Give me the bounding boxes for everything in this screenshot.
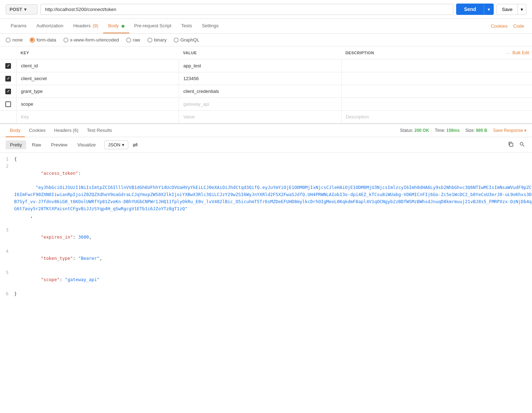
code-content-2: "access_token": "eyJhbGciOiJSUzI1NiIsImt… [14,163,532,227]
empty-row-check [0,111,16,123]
tabs-right-links: Cookies Code [489,19,526,33]
send-button[interactable]: Send [456,4,484,15]
tab-settings[interactable]: Settings [197,19,224,33]
radio-urlencoded [63,38,68,43]
row3-desc[interactable] [341,85,504,97]
empty-row-desc[interactable]: Description [341,111,504,123]
url-input[interactable] [40,4,453,15]
cookies-link[interactable]: Cookies [489,19,510,33]
svg-rect-0 [510,143,513,146]
tab-tests[interactable]: Tests [176,19,197,33]
body-type-graphql[interactable]: GraphQL [174,37,199,43]
row1-checkbox[interactable] [5,63,11,69]
tab-body[interactable]: Body [103,19,129,33]
response-code-block: 1 { 2 "access_token": "eyJhbGciOiJSUzI1N… [0,153,532,300]
row2-checkbox[interactable] [5,76,11,82]
method-selector[interactable]: POST ▾ [6,4,38,15]
row4-value[interactable]: gateway_api [179,98,341,110]
svg-point-1 [520,143,523,145]
code-line-6: 6 } [0,290,532,297]
body-type-selector: none form-data x-www-form-urlencoded raw… [0,34,532,46]
status-value: 200 OK [414,128,429,133]
code-content-1: { [14,156,532,163]
row4-actions [504,98,532,110]
row2-actions [504,72,532,85]
save-button[interactable]: Save [497,4,518,15]
search-icon[interactable] [518,140,526,150]
headers-badge: (9) [93,23,98,28]
row3-checkbox[interactable] [5,89,11,94]
row3-checkbox-cell [0,85,16,97]
row4-desc[interactable] [341,98,504,110]
view-actions [506,140,526,150]
params-table: client_id app_test client_secret 123456 … [0,60,532,123]
save-button-group: Save ▾ [497,4,526,15]
body-type-none[interactable]: none [6,37,23,43]
send-button-group: Send ▾ [456,4,494,15]
view-tab-visualize[interactable]: Visualize [73,140,100,149]
format-label: JSON [108,142,121,147]
row1-actions [504,60,532,72]
table-row-empty: Key Value Description [0,111,532,123]
copy-icon[interactable] [506,140,515,150]
resp-tab-body[interactable]: Body [6,124,25,137]
body-dot [122,25,124,28]
line-num-5: 5 [0,269,14,290]
body-type-urlencoded[interactable]: x-www-form-urlencoded [63,37,119,43]
row2-desc[interactable] [341,72,504,85]
tab-pre-request[interactable]: Pre-request Script [129,19,177,33]
row3-key[interactable]: grant_type [16,85,179,97]
wrap-icon[interactable]: ⇌ [133,141,138,149]
row1-value[interactable]: app_test [179,60,341,72]
view-tabs-bar: Pretty Raw Preview Visualize JSON ▾ ⇌ [0,137,532,153]
main-tabs: Params Authorization Headers (9) Body Pr… [0,19,532,34]
tab-headers[interactable]: Headers (9) [68,19,103,33]
row2-checkbox-cell [0,72,16,85]
row4-key[interactable]: scope [16,98,179,110]
view-tab-raw[interactable]: Raw [28,140,45,149]
table-row: client_id app_test [0,60,532,72]
body-type-raw[interactable]: raw [126,37,140,43]
body-type-form-data[interactable]: form-data [30,37,56,43]
more-options-icon[interactable]: ··· [506,50,511,56]
row4-checkbox[interactable] [5,101,11,107]
empty-row-key[interactable]: Key [16,111,179,123]
row1-desc[interactable] [341,60,504,72]
code-line-4: 4 "token_type": "Bearer", [0,248,532,269]
size-label: Size: 895 B [465,128,487,133]
format-selector[interactable]: JSON ▾ [104,140,128,149]
method-dropdown-icon: ▾ [24,7,27,12]
radio-form-data [30,38,35,43]
code-link[interactable]: Code [511,19,526,33]
bulk-edit-button[interactable]: Bulk Edit [513,50,529,55]
resp-tab-test-results[interactable]: Test Results [83,124,116,137]
row3-actions [504,85,532,97]
body-type-binary[interactable]: binary [147,37,167,43]
code-line-2: 2 "access_token": "eyJhbGciOiJSUzI1NiIsI… [0,163,532,227]
radio-graphql [174,38,179,43]
row4-checkbox-cell [0,98,16,110]
line-num-4: 4 [0,248,14,269]
save-response-button[interactable]: Save Response ▾ [493,128,526,133]
resp-tab-headers[interactable]: Headers (6) [50,124,83,137]
status-label: Status: 200 OK [400,128,429,133]
actions-col-header: ··· Bulk Edit [504,49,532,57]
save-dropdown-button[interactable]: ▾ [518,4,526,15]
value-col-header: VALUE [179,49,341,57]
row2-value[interactable]: 123456 [179,72,341,85]
tab-params[interactable]: Params [6,19,32,33]
view-tab-pretty[interactable]: Pretty [6,140,26,149]
row3-value[interactable]: client_credentials [179,85,341,97]
row2-key[interactable]: client_secret [16,72,179,85]
line-num-6: 6 [0,290,14,297]
row1-key[interactable]: client_id [16,60,179,72]
resp-tab-cookies[interactable]: Cookies [25,124,50,137]
code-content-3: "expires_in": 3600, [14,227,532,248]
row1-checkbox-cell [0,60,16,72]
code-content-5: "scope": "gateway_api" [14,269,532,290]
view-tab-preview[interactable]: Preview [47,140,72,149]
send-dropdown-button[interactable]: ▾ [484,4,494,15]
empty-row-value[interactable]: Value [179,111,341,123]
tab-authorization[interactable]: Authorization [32,19,68,33]
line-num-1: 1 [0,156,14,163]
